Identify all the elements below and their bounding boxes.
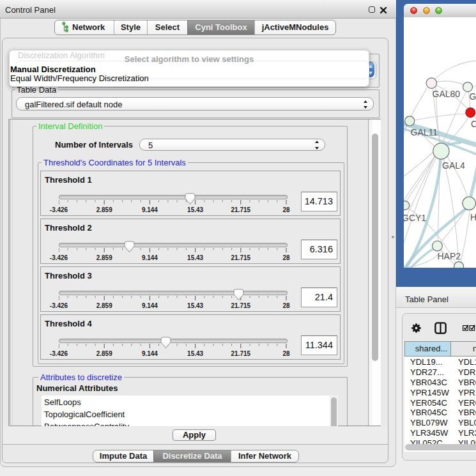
svg-text:GCY1: GCY1 — [404, 213, 426, 223]
svg-text:HAP2: HAP2 — [438, 251, 461, 261]
svg-text:GAL80: GAL80 — [433, 89, 461, 99]
svg-text:HAP4: HAP4 — [470, 212, 476, 222]
svg-text:GAL7: GAL7 — [470, 91, 476, 102]
svg-text:GAL4: GAL4 — [442, 160, 465, 171]
svg-text:CDC6: CDC6 — [471, 119, 476, 129]
svg-text:GAL11: GAL11 — [411, 127, 438, 137]
